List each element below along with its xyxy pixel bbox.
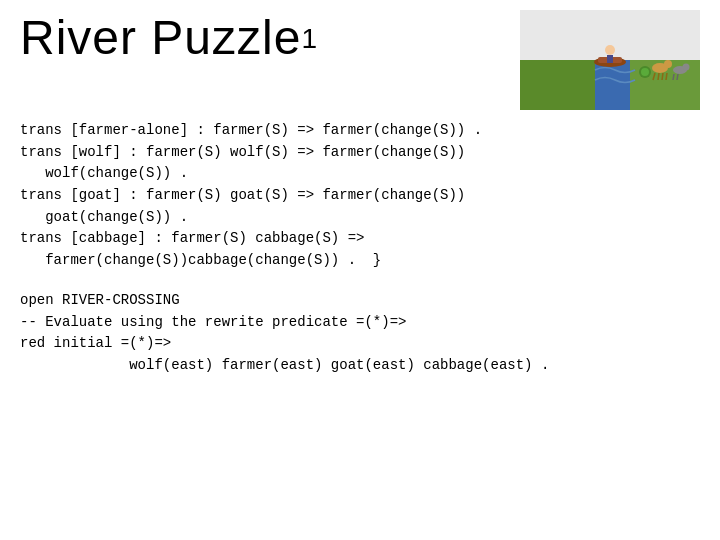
svg-point-9: [664, 60, 672, 68]
superscript: 1: [301, 23, 317, 54]
svg-line-13: [666, 73, 667, 80]
svg-point-19: [641, 68, 649, 76]
code-line-2a: trans [wolf] : farmer(S) wolf(S) => farm…: [20, 142, 700, 164]
svg-line-16: [673, 74, 674, 80]
svg-line-17: [677, 74, 678, 80]
code-line-4a: trans [cabbage] : farmer(S) cabbage(S) =…: [20, 228, 700, 250]
code-line-1: trans [farmer-alone] : farmer(S) => farm…: [20, 120, 700, 142]
svg-rect-7: [607, 55, 613, 63]
code-line-3a: trans [goat] : farmer(S) goat(S) => farm…: [20, 185, 700, 207]
code-line-8: wolf(east) farmer(east) goat(east) cabba…: [20, 355, 700, 377]
code-line-3b: goat(change(S)) .: [20, 207, 700, 229]
svg-line-11: [658, 73, 659, 80]
code-line-2b: wolf(change(S)) .: [20, 163, 700, 185]
code-line-4b: farmer(change(S))cabbage(change(S)) . }: [20, 250, 700, 272]
code-line-6: -- Evaluate using the rewrite predicate …: [20, 312, 700, 334]
svg-line-12: [662, 73, 663, 80]
code-line-7: red initial =(*)=>: [20, 333, 700, 355]
page-title: River Puzzle1: [20, 10, 317, 65]
svg-rect-1: [520, 60, 600, 110]
illustration: [520, 10, 700, 110]
code-content: trans [farmer-alone] : farmer(S) => farm…: [0, 110, 720, 377]
code-line-5: open RIVER-CROSSING: [20, 290, 700, 312]
svg-point-15: [683, 64, 690, 71]
svg-point-6: [605, 45, 615, 55]
